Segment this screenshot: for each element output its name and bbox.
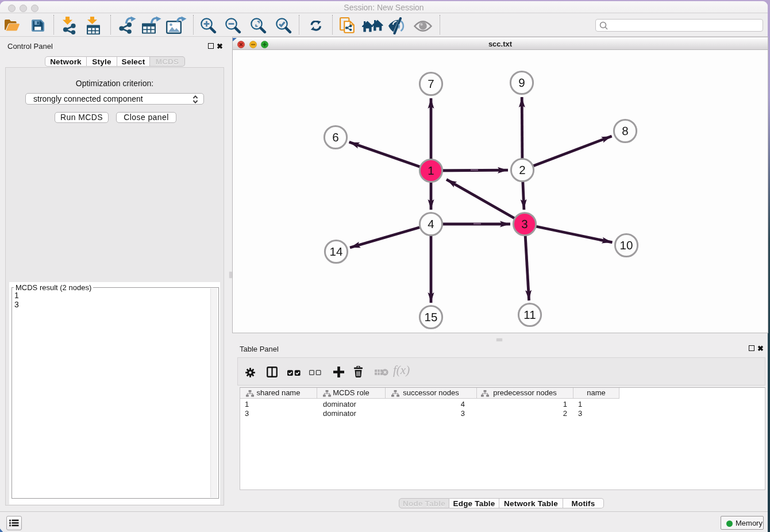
svg-text:15: 15: [425, 311, 438, 324]
svg-text:14: 14: [330, 245, 343, 259]
svg-text:1: 1: [428, 164, 434, 178]
svg-text:11: 11: [523, 309, 536, 322]
svg-text:10: 10: [620, 239, 633, 252]
svg-text:7: 7: [428, 78, 434, 91]
svg-text:9: 9: [518, 76, 525, 90]
svg-text:2: 2: [519, 164, 525, 177]
svg-text:3: 3: [521, 218, 528, 231]
svg-text:4: 4: [428, 218, 434, 231]
svg-text:6: 6: [332, 131, 338, 144]
svg-text:8: 8: [622, 125, 628, 138]
